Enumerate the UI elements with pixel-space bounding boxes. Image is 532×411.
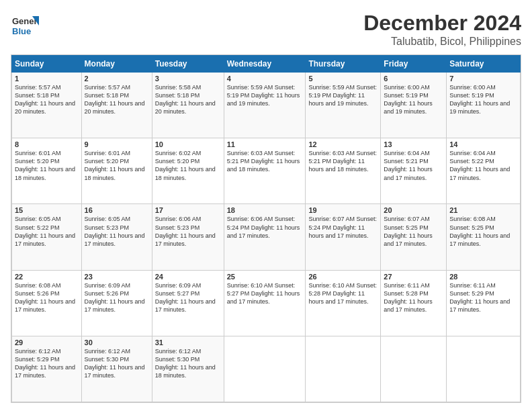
day-number: 6 (384, 75, 443, 83)
day-info: Sunrise: 6:09 AM Sunset: 5:27 PM Dayligh… (155, 281, 221, 314)
table-row: 21Sunrise: 6:08 AM Sunset: 5:25 PM Dayli… (447, 204, 521, 270)
day-number: 20 (384, 206, 443, 214)
day-number: 24 (155, 273, 221, 281)
svg-text:Blue: Blue (12, 26, 31, 36)
day-number: 2 (85, 75, 149, 83)
day-info: Sunrise: 6:01 AM Sunset: 5:20 PM Dayligh… (15, 149, 79, 182)
table-row: 19Sunrise: 6:07 AM Sunset: 5:24 PM Dayli… (306, 204, 381, 270)
day-info: Sunrise: 5:58 AM Sunset: 5:18 PM Dayligh… (155, 83, 221, 116)
day-info: Sunrise: 5:59 AM Sunset: 5:19 PM Dayligh… (308, 83, 378, 107)
day-number: 22 (15, 273, 79, 281)
col-monday: Monday (81, 56, 152, 73)
day-number: 26 (308, 273, 378, 281)
day-info: Sunrise: 5:59 AM Sunset: 5:19 PM Dayligh… (227, 83, 303, 107)
page: General Blue December 2024 Talubatib, Bi… (0, 0, 532, 411)
day-info: Sunrise: 6:11 AM Sunset: 5:29 PM Dayligh… (449, 281, 517, 314)
day-number: 16 (85, 206, 149, 214)
table-row: 23Sunrise: 6:09 AM Sunset: 5:26 PM Dayli… (81, 270, 152, 336)
day-number: 27 (384, 273, 443, 281)
table-row: 25Sunrise: 6:10 AM Sunset: 5:27 PM Dayli… (224, 270, 306, 336)
col-tuesday: Tuesday (152, 56, 224, 73)
day-info: Sunrise: 6:12 AM Sunset: 5:30 PM Dayligh… (85, 347, 149, 380)
table-row (381, 336, 447, 402)
day-number: 10 (155, 140, 221, 148)
calendar: Sunday Monday Tuesday Wednesday Thursday… (11, 54, 521, 403)
table-row: 28Sunrise: 6:11 AM Sunset: 5:29 PM Dayli… (447, 270, 521, 336)
page-title: December 2024 (363, 11, 521, 36)
day-info: Sunrise: 5:57 AM Sunset: 5:18 PM Dayligh… (15, 83, 79, 116)
day-number: 1 (15, 75, 79, 83)
col-sunday: Sunday (12, 56, 82, 73)
table-row: 26Sunrise: 6:10 AM Sunset: 5:28 PM Dayli… (306, 270, 381, 336)
col-friday: Friday (381, 56, 447, 73)
day-number: 17 (155, 206, 221, 214)
table-row: 9Sunrise: 6:01 AM Sunset: 5:20 PM Daylig… (81, 138, 152, 204)
day-info: Sunrise: 6:09 AM Sunset: 5:26 PM Dayligh… (85, 281, 149, 314)
day-number: 13 (384, 140, 443, 148)
day-info: Sunrise: 6:05 AM Sunset: 5:22 PM Dayligh… (15, 215, 79, 248)
col-wednesday: Wednesday (224, 56, 306, 73)
table-row: 27Sunrise: 6:11 AM Sunset: 5:28 PM Dayli… (381, 270, 447, 336)
day-number: 25 (227, 273, 303, 281)
table-row: 4Sunrise: 5:59 AM Sunset: 5:19 PM Daylig… (224, 73, 306, 138)
table-row: 10Sunrise: 6:02 AM Sunset: 5:20 PM Dayli… (152, 138, 224, 204)
day-number: 19 (308, 206, 378, 214)
day-info: Sunrise: 6:00 AM Sunset: 5:19 PM Dayligh… (449, 83, 517, 116)
day-number: 14 (449, 140, 517, 148)
day-info: Sunrise: 5:57 AM Sunset: 5:18 PM Dayligh… (85, 83, 149, 116)
logo: General Blue (11, 11, 39, 39)
table-row (224, 336, 306, 402)
day-info: Sunrise: 6:06 AM Sunset: 5:24 PM Dayligh… (227, 215, 303, 239)
day-number: 5 (308, 75, 378, 83)
day-info: Sunrise: 6:10 AM Sunset: 5:28 PM Dayligh… (308, 281, 378, 306)
day-info: Sunrise: 6:08 AM Sunset: 5:25 PM Dayligh… (449, 215, 517, 248)
day-number: 21 (449, 206, 517, 214)
table-row: 22Sunrise: 6:08 AM Sunset: 5:26 PM Dayli… (12, 270, 82, 336)
day-info: Sunrise: 6:03 AM Sunset: 5:21 PM Dayligh… (308, 149, 378, 173)
table-row: 16Sunrise: 6:05 AM Sunset: 5:23 PM Dayli… (81, 204, 152, 270)
col-saturday: Saturday (447, 56, 521, 73)
day-info: Sunrise: 6:02 AM Sunset: 5:20 PM Dayligh… (155, 149, 221, 182)
table-row: 2Sunrise: 5:57 AM Sunset: 5:18 PM Daylig… (81, 73, 152, 138)
day-number: 29 (15, 338, 79, 347)
table-row (306, 336, 381, 402)
table-row: 5Sunrise: 5:59 AM Sunset: 5:19 PM Daylig… (306, 73, 381, 138)
day-info: Sunrise: 6:04 AM Sunset: 5:22 PM Dayligh… (449, 149, 517, 182)
logo-icon: General Blue (11, 11, 39, 39)
table-row: 11Sunrise: 6:03 AM Sunset: 5:21 PM Dayli… (224, 138, 306, 204)
day-info: Sunrise: 6:01 AM Sunset: 5:20 PM Dayligh… (85, 149, 149, 182)
header: General Blue December 2024 Talubatib, Bi… (11, 11, 521, 48)
day-number: 15 (15, 206, 79, 214)
day-number: 4 (227, 75, 303, 83)
day-number: 11 (227, 140, 303, 148)
table-row: 18Sunrise: 6:06 AM Sunset: 5:24 PM Dayli… (224, 204, 306, 270)
table-row: 30Sunrise: 6:12 AM Sunset: 5:30 PM Dayli… (81, 336, 152, 402)
table-row: 3Sunrise: 5:58 AM Sunset: 5:18 PM Daylig… (152, 73, 224, 138)
table-row: 17Sunrise: 6:06 AM Sunset: 5:23 PM Dayli… (152, 204, 224, 270)
table-row: 20Sunrise: 6:07 AM Sunset: 5:25 PM Dayli… (381, 204, 447, 270)
day-info: Sunrise: 6:05 AM Sunset: 5:23 PM Dayligh… (85, 215, 149, 248)
table-row: 29Sunrise: 6:12 AM Sunset: 5:29 PM Dayli… (12, 336, 82, 402)
day-number: 28 (449, 273, 517, 281)
day-info: Sunrise: 6:10 AM Sunset: 5:27 PM Dayligh… (227, 281, 303, 306)
day-number: 18 (227, 206, 303, 214)
day-number: 12 (308, 140, 378, 148)
table-row: 14Sunrise: 6:04 AM Sunset: 5:22 PM Dayli… (447, 138, 521, 204)
day-info: Sunrise: 6:08 AM Sunset: 5:26 PM Dayligh… (15, 281, 79, 314)
table-row: 1Sunrise: 5:57 AM Sunset: 5:18 PM Daylig… (12, 73, 82, 138)
day-number: 31 (155, 338, 221, 347)
day-info: Sunrise: 6:07 AM Sunset: 5:24 PM Dayligh… (308, 215, 378, 239)
table-row: 13Sunrise: 6:04 AM Sunset: 5:21 PM Dayli… (381, 138, 447, 204)
day-number: 23 (85, 273, 149, 281)
day-info: Sunrise: 6:11 AM Sunset: 5:28 PM Dayligh… (384, 281, 443, 314)
title-block: December 2024 Talubatib, Bicol, Philippi… (363, 11, 521, 48)
day-number: 30 (85, 338, 149, 347)
table-row: 24Sunrise: 6:09 AM Sunset: 5:27 PM Dayli… (152, 270, 224, 336)
day-info: Sunrise: 6:04 AM Sunset: 5:21 PM Dayligh… (384, 149, 443, 182)
day-info: Sunrise: 6:12 AM Sunset: 5:30 PM Dayligh… (155, 347, 221, 380)
day-number: 9 (85, 140, 149, 148)
table-row (447, 336, 521, 402)
day-info: Sunrise: 6:00 AM Sunset: 5:19 PM Dayligh… (384, 83, 443, 116)
table-row: 7Sunrise: 6:00 AM Sunset: 5:19 PM Daylig… (447, 73, 521, 138)
day-info: Sunrise: 6:06 AM Sunset: 5:23 PM Dayligh… (155, 215, 221, 248)
